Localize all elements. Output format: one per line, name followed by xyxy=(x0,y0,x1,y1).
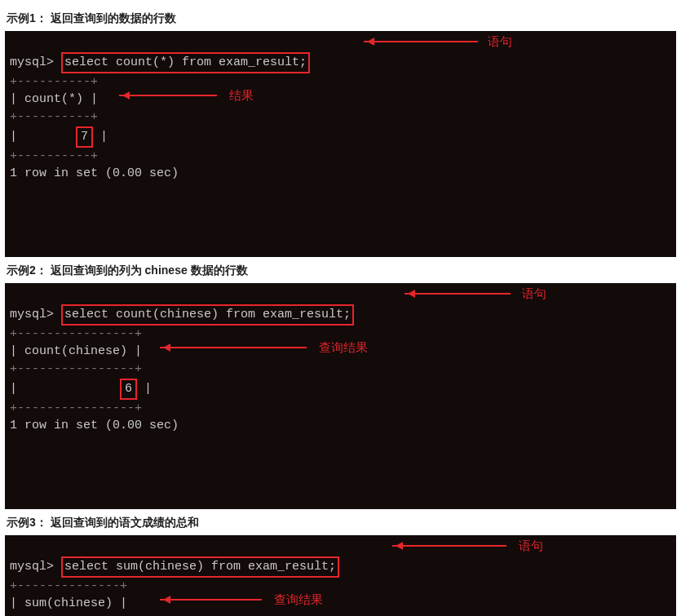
table-border: +----------+ xyxy=(10,75,98,89)
sql-statement: select sum(chinese) from exam_result; xyxy=(61,556,339,578)
table-border: +----------------+ xyxy=(10,362,142,376)
column-header: count(chinese) xyxy=(24,344,127,358)
terminal-3: mysql> select sum(chinese) from exam_res… xyxy=(5,535,676,616)
terminal-1: mysql> select count(*) from exam_result;… xyxy=(5,31,676,257)
prompt: mysql> xyxy=(10,55,54,69)
sql-statement: select count(*) from exam_result; xyxy=(61,52,310,73)
table-border: +----------------+ xyxy=(10,327,142,341)
example-title-1: 示例1： 返回查询到的数据的行数 xyxy=(7,11,676,26)
table-border: +--------------+ xyxy=(10,579,127,593)
result-value: 6 xyxy=(120,379,137,400)
table-border: +----------+ xyxy=(10,149,98,163)
result-annotation: 查询结果 xyxy=(274,591,323,609)
arrow-icon xyxy=(160,347,307,348)
footer-text: 1 row in set (0.00 sec) xyxy=(10,166,179,180)
arrow-icon xyxy=(119,95,217,96)
table-border: +----------------+ xyxy=(10,401,142,415)
sql-annotation: 语句 xyxy=(519,537,543,555)
sql-annotation: 语句 xyxy=(488,33,512,51)
column-header: count(*) xyxy=(24,92,83,106)
arrow-icon xyxy=(364,41,478,42)
column-header: sum(chinese) xyxy=(24,596,113,610)
table-border: +----------+ xyxy=(10,110,98,124)
arrow-icon xyxy=(392,545,506,547)
footer-text: 1 row in set (0.00 sec) xyxy=(10,419,179,432)
sql-annotation: 语句 xyxy=(522,285,546,303)
prompt: mysql> xyxy=(10,560,54,574)
result-annotation: 查询结果 xyxy=(319,339,368,357)
prompt: mysql> xyxy=(10,308,54,321)
result-value: 7 xyxy=(76,126,93,148)
example-title-2: 示例2： 返回查询到的列为 chinese 数据的行数 xyxy=(7,264,676,278)
terminal-2: mysql> select count(chinese) from exam_r… xyxy=(5,283,676,509)
arrow-icon xyxy=(160,599,262,600)
arrow-icon xyxy=(405,293,511,295)
sql-statement: select count(chinese) from exam_result; xyxy=(61,304,354,326)
result-annotation: 结果 xyxy=(229,86,254,104)
example-title-3: 示例3： 返回查询到的语文成绩的总和 xyxy=(7,516,676,530)
